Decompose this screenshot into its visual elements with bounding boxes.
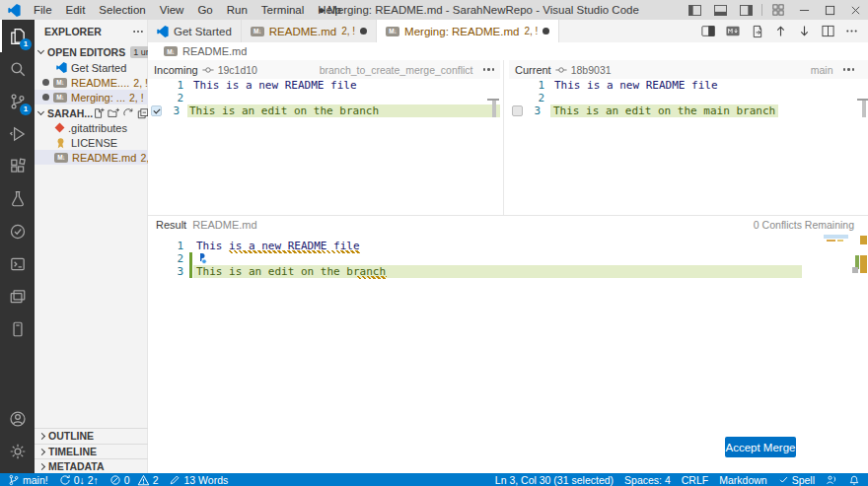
incoming-line-1[interactable]: 1This is a new README file — [148, 79, 500, 92]
tab-merging-readme[interactable]: M↓ Merging: README.md 2, ! — [377, 20, 559, 42]
word-count-status[interactable]: 13 Words — [169, 474, 228, 486]
timeline-section[interactable]: TIMELINE — [35, 444, 148, 458]
pane-more-actions-icon[interactable] — [483, 68, 495, 71]
chevron-right-icon — [38, 432, 45, 439]
sidebar-more-actions-icon[interactable] — [132, 26, 148, 37]
next-conflict-icon[interactable] — [798, 25, 811, 37]
metadata-section[interactable]: METADATA — [35, 458, 148, 473]
accept-incoming-checkbox[interactable] — [151, 105, 162, 116]
vscode-logo-icon — [56, 62, 67, 73]
section-label: OUTLINE — [48, 430, 94, 442]
language-mode-status[interactable]: Markdown — [719, 474, 766, 486]
notifications-bell-icon[interactable] — [848, 474, 860, 486]
file-gitattributes[interactable]: .gitattributes — [35, 120, 148, 135]
dirty-dot-icon[interactable] — [542, 28, 549, 35]
git-file-icon — [55, 123, 65, 133]
accept-merge-button[interactable]: Accept Merge — [725, 437, 796, 457]
activity-explorer[interactable]: 1 — [0, 20, 35, 52]
cursor-position-status[interactable]: Ln 3, Col 30 (31 selected) — [495, 474, 614, 486]
menu-help[interactable]: Help — [311, 4, 348, 16]
current-line-2[interactable]: 2 — [509, 92, 868, 104]
activity-source-control[interactable]: 1 — [0, 85, 35, 117]
outline-section[interactable]: OUTLINE — [35, 428, 148, 443]
result-line-2[interactable]: 2 — [148, 252, 838, 265]
toggle-panel-icon[interactable] — [707, 0, 733, 20]
unsaved-badge: 1 unsaved — [130, 46, 148, 58]
file-readme[interactable]: M↓ README.md 2, ! — [35, 150, 148, 165]
activity-search[interactable] — [0, 52, 35, 85]
split-editor-icon[interactable] — [822, 25, 834, 37]
problems-decoration: 2, ! — [133, 77, 148, 89]
branch-status[interactable]: main! — [8, 474, 48, 486]
open-editor-get-started[interactable]: Get Started — [35, 60, 148, 75]
more-actions-icon[interactable] — [845, 25, 858, 37]
open-editor-readme[interactable]: M↓ README.... 2, ! — [35, 75, 148, 90]
feedback-icon[interactable] — [826, 474, 837, 486]
current-line-3[interactable]: 3This is an edit on the main branch — [509, 104, 868, 117]
sync-label: 0↓ 2↑ — [74, 474, 99, 486]
eol-status[interactable]: CRLF — [682, 474, 708, 486]
conflicts-remaining: 0 Conflicts Remaining — [754, 219, 854, 231]
minimize-icon[interactable] — [791, 0, 817, 20]
toggle-sidebar-icon[interactable] — [682, 0, 707, 20]
scrollbar-thumb[interactable] — [862, 101, 866, 117]
incoming-line-3[interactable]: 3This is an edit on the branch — [148, 104, 500, 117]
minimap-text-mark — [827, 240, 835, 242]
menu-go[interactable]: Go — [190, 4, 219, 16]
activity-device[interactable] — [0, 312, 35, 345]
activity-checklist[interactable] — [0, 215, 35, 247]
maximize-icon[interactable] — [817, 0, 842, 20]
tab-get-started[interactable]: Get Started — [148, 20, 242, 42]
refresh-icon[interactable] — [122, 107, 134, 119]
open-changes-icon[interactable] — [751, 25, 763, 38]
previous-conflict-icon[interactable] — [774, 25, 787, 37]
dirty-dot-icon[interactable] — [360, 28, 367, 35]
settings-gear-icon[interactable] — [0, 435, 35, 467]
folder-header[interactable]: SARAH... — [35, 105, 148, 120]
scrollbar-thumb[interactable] — [492, 101, 496, 117]
line-number: 1 — [168, 240, 183, 252]
accept-current-checkbox[interactable] — [512, 105, 523, 116]
open-editor-merging[interactable]: M↓ Merging: ... 2, ! — [35, 90, 148, 104]
account-icon[interactable] — [0, 402, 35, 435]
menu-edit[interactable]: Edit — [59, 4, 93, 16]
menu-run[interactable]: Run — [220, 4, 254, 16]
markdown-preview-icon[interactable] — [726, 26, 740, 36]
close-icon[interactable] — [842, 0, 868, 20]
incoming-line-2[interactable]: 2 — [148, 92, 500, 104]
menu-terminal[interactable]: Terminal — [254, 4, 311, 16]
pane-more-actions-icon[interactable] — [843, 68, 855, 71]
spell-status[interactable]: Spell — [778, 474, 815, 486]
minimap-slider[interactable] — [824, 235, 848, 239]
activity-run-debug[interactable] — [0, 117, 35, 150]
activity-terminal-panel[interactable] — [0, 247, 35, 280]
activity-extensions[interactable] — [0, 150, 35, 182]
new-folder-icon[interactable] — [108, 107, 119, 119]
file-license[interactable]: LICENSE — [35, 135, 148, 150]
activity-testing[interactable] — [0, 182, 35, 215]
result-line-3[interactable]: 3This is an edit on the branch — [148, 265, 838, 278]
incoming-branch-name: branch_to_create_merge_conflict — [320, 64, 473, 76]
collapse-all-icon[interactable] — [137, 107, 148, 119]
indentation-status[interactable]: Spaces: 4 — [624, 474, 671, 486]
source-control-badge: 1 — [20, 104, 32, 115]
open-editors-header[interactable]: OPEN EDITORS 1 unsaved — [35, 44, 148, 59]
toggle-secondary-sidebar-icon[interactable] — [733, 0, 759, 20]
problems-status[interactable]: 0 2 — [109, 474, 159, 486]
breadcrumb[interactable]: M↓ README.md — [148, 42, 868, 60]
markdown-file-icon: M↓ — [54, 153, 68, 163]
breadcrumb-item[interactable]: README.md — [182, 45, 247, 57]
open-preview-side-icon[interactable] — [701, 25, 715, 37]
divider — [761, 4, 762, 16]
sync-status[interactable]: 0↓ 2↑ — [59, 474, 99, 486]
tab-readme[interactable]: M↓ README.md 2, ! — [242, 20, 377, 42]
menu-view[interactable]: View — [153, 4, 191, 16]
new-file-icon[interactable] — [93, 107, 105, 119]
current-line-1[interactable]: 1This is a new README file — [509, 79, 868, 92]
customize-layout-icon[interactable] — [765, 0, 791, 20]
menu-file[interactable]: File — [27, 4, 59, 16]
activity-remote-windows[interactable] — [0, 280, 35, 312]
menu-selection[interactable]: Selection — [92, 4, 152, 16]
explorer-sidebar: EXPLORER OPEN EDITORS 1 unsaved Get Star… — [35, 20, 148, 473]
pane-divider[interactable] — [503, 60, 504, 215]
